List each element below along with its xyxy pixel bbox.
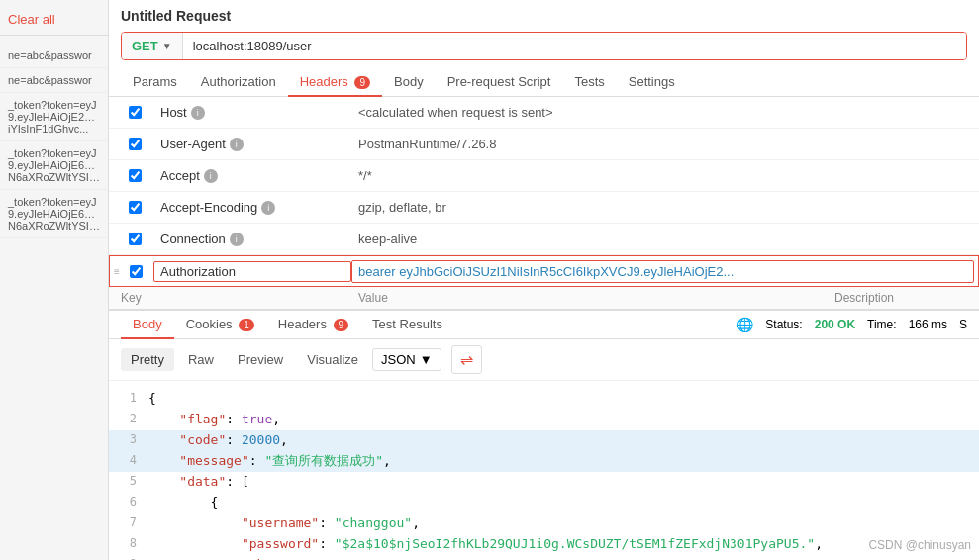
sidebar: Clear all ne=abc&passwor ne=abc&passwor … bbox=[0, 0, 109, 560]
checkbox-accept-encoding-input[interactable] bbox=[129, 201, 142, 214]
pretty-button[interactable]: Pretty bbox=[121, 348, 174, 371]
raw-button[interactable]: Raw bbox=[178, 348, 224, 371]
sidebar-item-1[interactable]: ne=abc&passwor bbox=[0, 44, 108, 68]
line-content-1: { bbox=[148, 389, 979, 410]
line-num-4: 4 bbox=[109, 451, 148, 472]
line-num-9: 9 bbox=[109, 555, 148, 560]
response-section: Body Cookies 1 Headers 9 Test Results 🌐 … bbox=[109, 310, 979, 560]
header-value-authorization[interactable]: bearer eyJhbGciOiJSUzI1NiIsInR5cCI6IkpXV… bbox=[351, 260, 974, 283]
header-value-user-agent: PostmanRuntime/7.26.8 bbox=[350, 133, 975, 155]
url-bar: GET ▼ bbox=[121, 32, 967, 60]
header-value-accept: */* bbox=[350, 164, 975, 187]
checkbox-authorization-input[interactable] bbox=[130, 265, 143, 278]
line-num-7: 7 bbox=[109, 513, 148, 534]
checkbox-accept[interactable] bbox=[129, 169, 152, 182]
visualize-button[interactable]: Visualize bbox=[297, 348, 368, 371]
size-label: S bbox=[959, 318, 967, 331]
col-value-label: Value bbox=[350, 291, 827, 305]
header-value-host: <calculated when request is sent> bbox=[350, 101, 975, 124]
wrap-button[interactable]: ⇌ bbox=[451, 345, 482, 374]
checkbox-authorization[interactable] bbox=[130, 265, 153, 278]
request-title: Untitled Request bbox=[109, 0, 979, 28]
url-input[interactable] bbox=[183, 33, 966, 59]
cookies-badge: 1 bbox=[239, 319, 254, 331]
line-content-5: "data": [ bbox=[148, 472, 979, 493]
tab-authorization[interactable]: Authorization bbox=[189, 68, 288, 97]
tab-pre-request[interactable]: Pre-request Script bbox=[436, 68, 563, 97]
method-arrow-icon: ▼ bbox=[162, 41, 172, 51]
sidebar-item-5[interactable]: _token?token=eyJ9.eyJleHAiOjE6MDN6aXRoZW… bbox=[0, 190, 108, 238]
header-row-accept-encoding: Accept-Encoding i gzip, deflate, br bbox=[109, 192, 979, 224]
headers-table: Host i <calculated when request is sent>… bbox=[109, 97, 979, 310]
main-panel: Untitled Request GET ▼ Params Authorizat… bbox=[109, 0, 979, 560]
checkbox-accept-input[interactable] bbox=[129, 169, 142, 182]
time-label: Time: bbox=[867, 318, 897, 331]
checkbox-connection[interactable] bbox=[129, 233, 152, 245]
tab-headers[interactable]: Headers 9 bbox=[288, 68, 382, 97]
line-content-7: "username": "changgou", bbox=[148, 513, 979, 534]
info-icon-accept-encoding: i bbox=[261, 201, 275, 215]
checkbox-user-agent[interactable] bbox=[129, 138, 152, 150]
response-tab-test-results[interactable]: Test Results bbox=[360, 311, 454, 339]
tab-body[interactable]: Body bbox=[382, 68, 436, 97]
globe-icon: 🌐 bbox=[736, 317, 753, 332]
sidebar-item-3[interactable]: _token?token=eyJ9.eyJleHAiOjE2MDiYIsInF1… bbox=[0, 93, 108, 141]
header-row-connection: Connection i keep-alive bbox=[109, 224, 979, 255]
code-line-9: 9 "phone": "13670081376", bbox=[109, 555, 979, 560]
line-num-6: 6 bbox=[109, 493, 148, 513]
sidebar-item-4[interactable]: _token?token=eyJ9.eyJleHAiOjE6MDN6aXRoZW… bbox=[0, 141, 108, 190]
header-row-accept: Accept i */* bbox=[109, 160, 979, 192]
code-line-7: 7 "username": "changgou", bbox=[109, 513, 979, 534]
header-row-user-agent: User-Agent i PostmanRuntime/7.26.8 bbox=[109, 129, 979, 160]
code-line-4: 4 "message": "查询所有数据成功", bbox=[109, 451, 979, 472]
code-line-6: 6 { bbox=[109, 493, 979, 513]
col-desc-label: Description bbox=[827, 291, 975, 305]
line-content-8: "password": "$2a$10$njSeoI2fhKLb29QUJ1i0… bbox=[148, 534, 979, 555]
checkbox-connection-input[interactable] bbox=[129, 233, 142, 245]
info-icon-connection: i bbox=[230, 233, 244, 246]
column-headers: Key Value Description bbox=[109, 287, 979, 310]
tab-params[interactable]: Params bbox=[121, 68, 189, 97]
preview-button[interactable]: Preview bbox=[228, 348, 293, 371]
line-content-4: "message": "查询所有数据成功", bbox=[148, 451, 979, 472]
code-line-5: 5 "data": [ bbox=[109, 472, 979, 493]
header-row-authorization: ≡ Authorization bearer eyJhbGciOiJSUzI1N… bbox=[109, 255, 979, 287]
line-num-1: 1 bbox=[109, 389, 148, 410]
response-body-toolbar: Pretty Raw Preview Visualize JSON ▼ ⇌ bbox=[109, 339, 979, 381]
line-content-2: "flag": true, bbox=[148, 410, 979, 430]
sidebar-clear-section: Clear all bbox=[0, 8, 108, 36]
format-label: JSON bbox=[381, 352, 416, 367]
checkbox-host[interactable] bbox=[129, 106, 152, 119]
response-tab-headers[interactable]: Headers 9 bbox=[266, 311, 360, 339]
clear-all-button[interactable]: Clear all bbox=[8, 12, 55, 27]
checkbox-accept-encoding[interactable] bbox=[129, 201, 152, 214]
header-key-authorization: Authorization bbox=[153, 261, 351, 282]
format-selector[interactable]: JSON ▼ bbox=[372, 348, 441, 371]
line-num-8: 8 bbox=[109, 534, 148, 555]
header-value-accept-encoding: gzip, deflate, br bbox=[350, 196, 975, 219]
header-value-connection: keep-alive bbox=[350, 228, 975, 250]
line-num-2: 2 bbox=[109, 410, 148, 430]
col-key-label: Key bbox=[113, 291, 350, 305]
tab-tests[interactable]: Tests bbox=[562, 68, 616, 97]
code-line-2: 2 "flag": true, bbox=[109, 410, 979, 430]
method-selector[interactable]: GET ▼ bbox=[122, 33, 183, 59]
line-num-5: 5 bbox=[109, 472, 148, 493]
tab-settings[interactable]: Settings bbox=[617, 68, 687, 97]
info-icon-user-agent: i bbox=[230, 138, 244, 151]
code-line-8: 8 "password": "$2a$10$njSeoI2fhKLb29QUJ1… bbox=[109, 534, 979, 555]
sidebar-item-2[interactable]: ne=abc&passwor bbox=[0, 68, 108, 93]
response-tab-cookies[interactable]: Cookies 1 bbox=[174, 311, 266, 339]
format-arrow-icon: ▼ bbox=[420, 352, 433, 367]
time-value: 166 ms bbox=[909, 318, 947, 331]
response-status-bar: 🌐 Status: 200 OK Time: 166 ms S bbox=[736, 317, 967, 332]
watermark: CSDN @chinusyan bbox=[868, 538, 971, 552]
headers-badge: 9 bbox=[354, 76, 370, 89]
checkbox-host-input[interactable] bbox=[129, 106, 142, 119]
info-icon-accept: i bbox=[204, 169, 218, 183]
line-content-3: "code": 20000, bbox=[148, 430, 979, 451]
header-row-host: Host i <calculated when request is sent> bbox=[109, 97, 979, 129]
code-line-1: 1 { bbox=[109, 389, 979, 410]
checkbox-user-agent-input[interactable] bbox=[129, 138, 142, 150]
response-tab-body[interactable]: Body bbox=[121, 311, 174, 339]
